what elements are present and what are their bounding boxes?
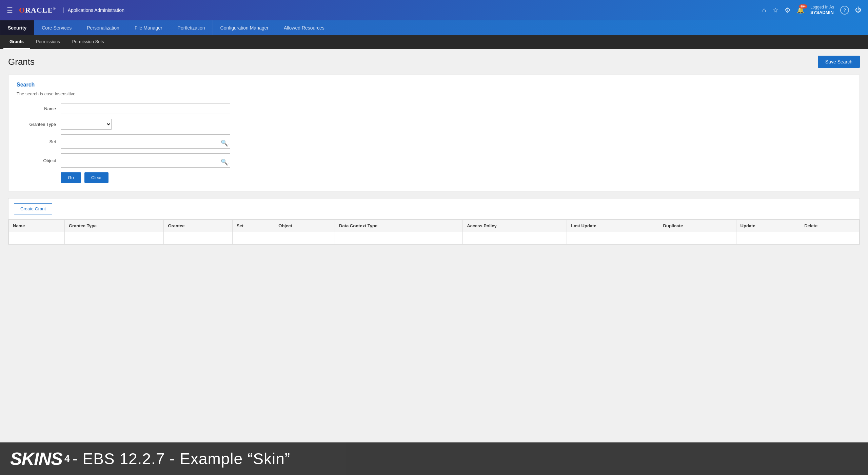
tab-permission-sets[interactable]: Permission Sets (66, 35, 110, 49)
search-buttons: Go Clear (61, 172, 851, 183)
set-resize-icon: ↙ (226, 144, 229, 147)
favorites-icon[interactable]: ☆ (772, 6, 778, 14)
nav-item-allowed-resources[interactable]: Allowed Resources (276, 20, 332, 35)
top-bar-right: ⌂ ☆ ⚙ 🔔 99+ Logged In As SYSADMIN ? ⏻ (762, 5, 861, 16)
nav-item-core-services[interactable]: Core Services (34, 20, 79, 35)
nav-item-security[interactable]: Security (0, 20, 34, 35)
set-input-wrapper: 🔍 ↙ (61, 134, 230, 149)
oracle-logo-text: ORACLE® (19, 6, 56, 15)
user-info: Logged In As SYSADMIN (810, 5, 834, 16)
page-content: Grants Save Search Search The search is … (0, 49, 868, 475)
table-head: Name Grantee Type Grantee Set Object Dat… (9, 220, 860, 232)
name-row: Name (17, 103, 851, 114)
home-icon[interactable]: ⌂ (762, 6, 766, 14)
object-input-wrapper: 🔍 ↙ (61, 153, 230, 168)
object-resize-icon: ↙ (226, 163, 229, 166)
settings-icon[interactable]: ⚙ (785, 6, 791, 14)
notifications-icon[interactable]: 🔔 99+ (797, 6, 804, 14)
primary-nav: Security Core Services Personalization F… (0, 20, 868, 35)
search-hint: The search is case insensitive. (17, 91, 851, 96)
grants-table: Name Grantee Type Grantee Set Object Dat… (8, 220, 860, 244)
search-title: Search (17, 82, 851, 88)
object-input[interactable] (61, 153, 230, 168)
grantee-type-select[interactable]: User Group Role (61, 119, 112, 130)
col-access-policy: Access Policy (463, 220, 567, 232)
tab-grants[interactable]: Grants (3, 35, 30, 49)
col-name: Name (9, 220, 65, 232)
object-label: Object (17, 158, 61, 163)
object-row: Object 🔍 ↙ (17, 153, 851, 168)
results-area: Create Grant Name Grantee Type Grantee S… (8, 198, 860, 245)
grantee-type-label: Grantee Type (17, 122, 61, 127)
table-body (9, 232, 860, 244)
nav-item-file-manager[interactable]: File Manager (127, 20, 170, 35)
notification-badge: 99+ (799, 4, 807, 8)
set-input[interactable] (61, 134, 230, 149)
clear-button[interactable]: Clear (84, 172, 108, 183)
col-set: Set (232, 220, 274, 232)
col-update: Update (736, 220, 800, 232)
save-search-button[interactable]: Save Search (818, 56, 860, 68)
grantee-type-row: Grantee Type User Group Role (17, 119, 851, 130)
watermark-super: 4 (64, 453, 70, 464)
hamburger-icon[interactable]: ☰ (7, 6, 13, 14)
col-grantee: Grantee (164, 220, 232, 232)
col-data-context-type: Data Context Type (335, 220, 463, 232)
watermark-overlay: SKINS 4 - EBS 12.2.7 - Example “Skin” (0, 442, 868, 475)
name-input[interactable] (61, 103, 230, 114)
name-label: Name (17, 106, 61, 111)
create-grant-button[interactable]: Create Grant (14, 203, 52, 214)
col-delete: Delete (800, 220, 860, 232)
go-button[interactable]: Go (61, 172, 81, 183)
create-grant-bar: Create Grant (8, 198, 860, 220)
page-header: Grants Save Search (8, 56, 860, 68)
tab-permissions[interactable]: Permissions (30, 35, 66, 49)
help-icon[interactable]: ? (840, 6, 849, 15)
top-bar: ☰ ORACLE® Applications Administration ⌂ … (0, 0, 868, 20)
table-header-row: Name Grantee Type Grantee Set Object Dat… (9, 220, 860, 232)
col-grantee-type: Grantee Type (64, 220, 163, 232)
nav-item-configuration-manager[interactable]: Configuration Manager (213, 20, 276, 35)
secondary-nav: Grants Permissions Permission Sets (0, 35, 868, 49)
power-icon[interactable]: ⏻ (855, 6, 861, 14)
oracle-logo: ORACLE® (19, 6, 56, 15)
watermark-text: - EBS 12.2.7 - Example “Skin” (73, 450, 291, 468)
set-row: Set 🔍 ↙ (17, 134, 851, 149)
app-title: Applications Administration (63, 7, 124, 13)
col-last-update: Last Update (567, 220, 659, 232)
nav-item-portletization[interactable]: Portletization (170, 20, 213, 35)
col-object: Object (274, 220, 335, 232)
watermark-skins: SKINS (10, 449, 62, 469)
nav-item-personalization[interactable]: Personalization (79, 20, 127, 35)
page-title: Grants (8, 57, 35, 67)
search-panel: Search The search is case insensitive. N… (8, 75, 860, 191)
col-duplicate: Duplicate (659, 220, 736, 232)
set-label: Set (17, 139, 61, 144)
table-row (9, 232, 860, 244)
